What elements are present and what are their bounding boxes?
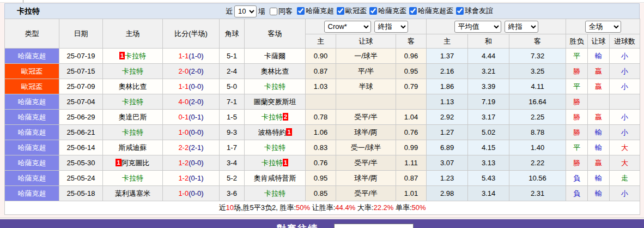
half-time-score: (0-1)	[189, 113, 203, 121]
ah-home-odds-cell	[306, 94, 336, 110]
recent-label: 近	[226, 7, 233, 16]
col-header-corner: 角球	[220, 19, 245, 49]
corner-cell: 1-5	[220, 110, 245, 125]
match-row: 哈薩克超25-06-21卡拉特1-0(0-0)9-3波格特約11.06球半/两0…	[5, 125, 640, 140]
eu-odds-time-select[interactable]: 終指	[505, 21, 538, 33]
team-name-link[interactable]: 卡拉特	[125, 52, 146, 60]
full-time-score: 4-0	[178, 98, 189, 106]
result-goals-cell: 小	[610, 125, 640, 140]
ah-home-odds-cell: 0.83	[306, 140, 336, 155]
half-time-score: (1-0)	[189, 52, 203, 60]
league-cell: 哈薩克超	[5, 186, 59, 201]
eu-home-odds-cell: 2.98	[427, 186, 468, 201]
half-time-score: (0-0)	[189, 128, 203, 136]
eu-home-odds-cell: 1.86	[427, 79, 468, 94]
team-name-link[interactable]: 斯咸迪蘇	[119, 143, 147, 152]
result-goals-cell: 小	[610, 79, 640, 94]
home-team-cell: 葉利邁塞米	[103, 186, 163, 201]
result-wdl-cell: 勝	[566, 64, 588, 79]
team-name-link[interactable]: 奧肯咸特普斯	[254, 174, 296, 182]
league-cell: 哈薩克超	[5, 94, 59, 110]
ah-line-cell: 受平/半	[336, 186, 396, 201]
away-team-cell: 卡拉特	[245, 186, 306, 201]
league-checkbox[interactable]	[337, 7, 344, 15]
summary-stat-label: 场,胜5平3负2, 胜率:	[234, 203, 296, 212]
match-row: 哈薩克超25-05-24卡拉特1-2(0-1)5-2奧肯咸特普斯0.95球半/两…	[5, 171, 640, 186]
home-team-cell: 卡拉特	[103, 171, 163, 186]
league-checkbox[interactable]	[369, 7, 377, 15]
league-label: 球會友誼	[465, 6, 493, 16]
ah-selects-cell: Crow*終指	[306, 19, 427, 34]
result-goals-cell: 小	[610, 186, 640, 201]
ah-line-cell: 受平/半	[336, 155, 396, 171]
team-name-link[interactable]: 奧林比查	[261, 67, 289, 75]
ah-away-odds-cell: 0.87	[396, 171, 427, 186]
team-name-link[interactable]: 卡拉特	[264, 189, 285, 197]
summary-stat-value: 50%	[412, 203, 426, 212]
summary-stat-value: 44.4%	[335, 203, 355, 212]
half-time-score: (0-0)	[189, 82, 203, 91]
ah-bookmaker-select[interactable]: Crow*	[324, 21, 371, 33]
team-name-link[interactable]: 卡拉特	[264, 82, 285, 91]
league-checkbox[interactable]	[456, 7, 464, 15]
result-goals-header: 进球数	[610, 34, 640, 49]
result-wdl-cell: 負	[566, 186, 588, 201]
team-name-link[interactable]: 葉利邁塞米	[115, 189, 150, 197]
team-bar: 卡拉特 近 10 場 同客 哈薩克超歐冠盃哈薩克盃哈薩克超盃球會友誼	[4, 3, 640, 19]
league-checkbox[interactable]	[409, 7, 417, 15]
summary-stat-label: 近	[218, 203, 226, 212]
league-cell: 歐冠盃	[5, 64, 59, 79]
half-time-score: (0-0)	[189, 159, 203, 167]
team-name-link[interactable]: 圖蘭突厥斯坦	[254, 98, 296, 106]
half-time-score: (2-0)	[189, 98, 203, 106]
match-scope-select[interactable]: 全场	[585, 21, 621, 33]
team-name-link[interactable]: 波格特約	[258, 128, 286, 136]
ah-odds-time-select[interactable]: 終指	[374, 21, 408, 33]
team-name-link[interactable]: 卡拉特	[262, 113, 283, 121]
score-cell: 1-1(1-0)	[163, 49, 220, 64]
away-team-cell: 奧林比查	[245, 64, 306, 79]
league-filters: 哈薩克超歐冠盃哈薩克盃哈薩克超盃球會友誼	[294, 6, 493, 16]
same-opponent-filter: 同客	[267, 7, 293, 16]
same-opponent-label: 同客	[278, 7, 293, 16]
league-checkbox[interactable]	[297, 7, 305, 15]
league-label: 哈薩克盃	[378, 6, 406, 16]
team-name-link[interactable]: 卡拉特	[122, 174, 143, 182]
eu-home-odds-cell: 1.13	[427, 94, 468, 110]
team-name-link[interactable]: 卡薩爾	[264, 52, 285, 60]
eu-away-odds-cell: 4.11	[509, 79, 566, 94]
col-header-home: 主场	[103, 19, 163, 49]
corner-cell: 3-4	[220, 155, 245, 171]
team-name-link[interactable]: 奧林比查	[119, 82, 147, 91]
recent-count-select[interactable]: 10	[234, 5, 257, 17]
corner-cell: 1-7	[220, 140, 245, 155]
league-cell: 哈薩克超	[5, 125, 59, 140]
eu-away-odds-cell: 2.22	[509, 155, 566, 171]
rank-badge: 1	[286, 128, 291, 136]
eu-source-select[interactable]: 平均值	[454, 21, 501, 33]
ah-home-odds-cell: 0.78	[306, 110, 336, 125]
col-header-score: 比分(半场)	[163, 19, 220, 49]
eu-draw-odds-cell: 3.21	[468, 64, 509, 79]
corner-cell: 9-3	[220, 125, 245, 140]
team-name-link[interactable]: 阿克圖比	[121, 159, 150, 167]
team-name-link[interactable]: 卡拉特	[122, 128, 143, 136]
team-name-link[interactable]: 卡拉特	[262, 159, 283, 167]
eu-draw-odds-cell: 3.13	[468, 155, 509, 171]
team-name-link[interactable]: 卡拉特	[264, 143, 285, 152]
home-team-cell: 卡拉特	[103, 64, 163, 79]
eu-away-header: 客	[509, 34, 566, 49]
team-name-link[interactable]: 卡拉特	[122, 98, 143, 106]
footer-select-box[interactable]	[334, 224, 414, 228]
ah-away-odds-cell: 1.11	[396, 155, 427, 171]
full-time-score: 1-1	[178, 82, 189, 91]
match-row: 歐冠盃25-07-15卡拉特2-0(2-0)2-4奧林比查0.87平/半0.95…	[5, 64, 640, 79]
team-name-link[interactable]: 卡拉特	[122, 67, 143, 75]
team-name-link[interactable]: 奧達巴斯	[119, 113, 147, 121]
home-team-cell: 1阿克圖比	[103, 155, 163, 171]
full-time-score: 1-1	[178, 52, 189, 60]
date-cell: 25-05-18	[59, 186, 103, 201]
rank-badge: 2	[283, 113, 288, 121]
result-handicap-cell: 輸	[588, 125, 610, 140]
same-opponent-checkbox[interactable]	[270, 8, 277, 15]
